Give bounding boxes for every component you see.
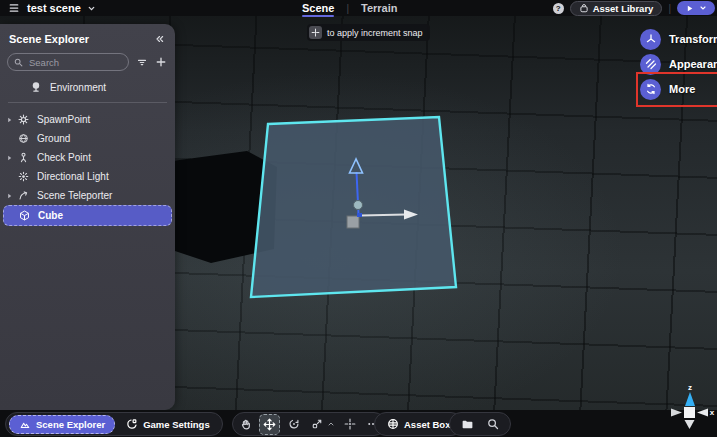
axis-neg-z-arrow xyxy=(685,420,695,429)
axis-x-arrow xyxy=(697,409,708,417)
bottom-tab-label: Scene Explorer xyxy=(36,419,105,430)
play-button[interactable] xyxy=(677,1,715,15)
item-label: Check Point xyxy=(37,152,91,163)
bottom-tab-game-settings[interactable]: Game Settings xyxy=(117,416,219,433)
help-icon[interactable]: ? xyxy=(553,3,564,14)
axis-center-cube xyxy=(684,407,695,418)
tab-separator: | xyxy=(346,3,349,14)
sidebar-item-directional-light[interactable]: Directional Light xyxy=(3,167,172,186)
appearance-button[interactable]: Appearance xyxy=(640,53,717,75)
sidebar-item-spawnpoint[interactable]: SpawnPoint xyxy=(3,110,172,129)
caret-right-icon[interactable] xyxy=(3,154,15,162)
appearance-icon xyxy=(640,54,661,75)
filter-icon[interactable] xyxy=(136,57,148,68)
item-label: Directional Light xyxy=(37,171,109,182)
panel-tabs-group: Scene Explorer Game Settings xyxy=(5,412,223,436)
asset-box-icon xyxy=(387,418,399,430)
bottom-bar: Scene Explorer Game Settings xyxy=(0,410,717,437)
transform-button[interactable]: Transform xyxy=(640,28,717,50)
sidebar-item-checkpoint[interactable]: Check Point xyxy=(3,148,172,167)
search-input-wrap[interactable] xyxy=(7,53,129,71)
bottom-tab-label: Game Settings xyxy=(143,419,210,430)
collapse-panel-icon[interactable] xyxy=(154,34,165,44)
play-options-chevron-icon[interactable] xyxy=(699,4,707,12)
axis-orientation-gizmo[interactable]: z x xyxy=(660,381,716,435)
transform-label: Transform xyxy=(669,33,717,45)
teleport-icon xyxy=(15,190,31,201)
search-input[interactable] xyxy=(27,56,101,69)
axis-z-label: z xyxy=(688,383,692,392)
sidebar-item-ground[interactable]: Ground xyxy=(3,129,172,148)
folder-icon[interactable] xyxy=(458,415,477,434)
play-icon xyxy=(685,4,694,13)
caret-right-icon[interactable] xyxy=(3,116,15,124)
scene-title[interactable]: test scene xyxy=(27,2,81,14)
item-label: SpawnPoint xyxy=(37,114,90,125)
panel-title: Scene Explorer xyxy=(9,33,89,45)
snap-key-icon xyxy=(309,26,322,39)
asset-library-button[interactable]: Asset Library xyxy=(570,1,663,16)
divider xyxy=(8,102,167,103)
bottom-tab-scene-explorer[interactable]: Scene Explorer xyxy=(9,415,115,434)
scene-explorer-panel: Scene Explorer Environment xyxy=(0,24,175,410)
environment-item[interactable]: Environment xyxy=(0,71,175,100)
sidebar-item-cube[interactable]: Cube xyxy=(3,205,172,226)
library-group xyxy=(449,412,511,436)
tooltip-text: to apply increment snap xyxy=(327,28,423,38)
tab-scene[interactable]: Scene xyxy=(300,2,336,14)
mountain-icon xyxy=(19,419,31,430)
axis-x-label: x xyxy=(710,408,715,417)
asset-search-icon[interactable] xyxy=(483,415,502,434)
viewport-tools-group xyxy=(232,412,386,436)
more-label: More xyxy=(669,83,695,95)
hand-tool-icon[interactable] xyxy=(236,415,255,434)
scene-title-chevron-icon[interactable] xyxy=(87,4,96,13)
more-icon xyxy=(640,79,661,100)
add-icon[interactable] xyxy=(155,56,167,68)
checkpoint-icon xyxy=(15,152,31,163)
asset-box-label: Asset Box xyxy=(404,419,450,430)
scale-tool-expand-chevron-icon[interactable] xyxy=(327,420,335,428)
settings-dial-icon xyxy=(126,418,138,430)
item-label: Ground xyxy=(37,133,70,144)
item-label: Cube xyxy=(38,210,63,221)
rotate-tool-icon[interactable] xyxy=(284,415,303,434)
caret-right-icon[interactable] xyxy=(3,192,15,200)
environment-icon xyxy=(30,81,42,93)
sun-icon xyxy=(15,171,31,182)
gear-icon xyxy=(15,114,31,125)
cube-icon xyxy=(16,210,32,221)
sidebar-item-scene-teleporter[interactable]: Scene Teleporter xyxy=(3,186,172,205)
more-button[interactable]: More xyxy=(640,78,695,100)
increment-snap-tooltip: to apply increment snap xyxy=(307,24,430,41)
axis-neg-x-arrow xyxy=(671,409,682,417)
scale-tool-icon[interactable] xyxy=(307,415,326,434)
transform-icon xyxy=(640,29,661,50)
search-icon xyxy=(14,58,23,67)
globe-icon xyxy=(15,133,31,144)
asset-library-label: Asset Library xyxy=(593,3,654,14)
asset-box-button[interactable]: Asset Box xyxy=(378,416,459,433)
tab-terrain[interactable]: Terrain xyxy=(359,2,399,14)
bag-icon xyxy=(579,3,589,13)
environment-label: Environment xyxy=(50,82,106,93)
topbar-separator: | xyxy=(668,3,671,14)
appearance-label: Appearance xyxy=(669,58,717,70)
move-tool-icon[interactable] xyxy=(259,414,280,435)
item-label: Scene Teleporter xyxy=(37,190,112,201)
menu-icon[interactable] xyxy=(8,3,20,13)
top-bar: test scene Scene | Terrain ? Asset Libra… xyxy=(0,0,717,16)
snap-tool-icon[interactable] xyxy=(340,415,359,434)
axis-z-arrow xyxy=(685,392,695,406)
